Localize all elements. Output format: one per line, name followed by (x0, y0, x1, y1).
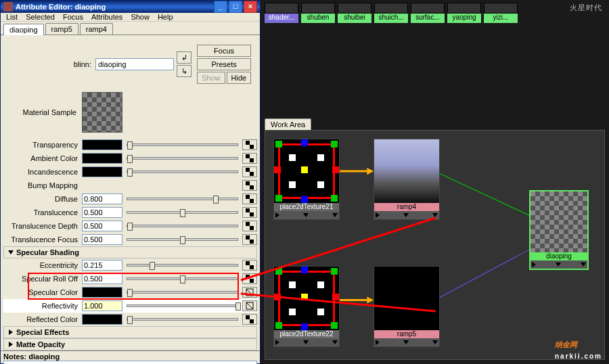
work-area-tab[interactable]: Work Area (265, 118, 311, 130)
translucence-focus-slider[interactable] (127, 238, 238, 241)
incandescence-slider[interactable] (127, 170, 238, 173)
show-button[interactable]: Show (197, 72, 225, 84)
reflectivity-map-button[interactable] (242, 300, 257, 311)
chevron-down-icon[interactable] (432, 340, 438, 344)
titlebar[interactable]: Attribute Editor: diaoping _ □ × (1, 1, 260, 13)
node-type-label: blinn: (6, 60, 95, 68)
menu-selected[interactable]: Selected (23, 13, 58, 21)
incandescence-swatch[interactable] (82, 166, 122, 177)
section-special-effects[interactable]: Special Effects (3, 326, 257, 338)
diffuse-map-button[interactable] (242, 194, 257, 204)
menu-focus[interactable]: Focus (60, 13, 86, 21)
reflected-color-swatch[interactable] (82, 314, 122, 325)
node-place2dtexture22[interactable]: place2dTexture22 (273, 266, 340, 347)
menu-help[interactable]: Help (155, 13, 176, 21)
svg-rect-23 (250, 319, 254, 323)
chevron-down-icon[interactable] (581, 263, 586, 267)
transparency-slider[interactable] (127, 143, 238, 146)
hide-button[interactable]: Hide (227, 72, 252, 84)
menu-list[interactable]: List (3, 13, 20, 21)
specular-roll-off-field[interactable] (82, 273, 122, 284)
svg-rect-17 (250, 265, 254, 269)
specular-roll-off-slider[interactable] (127, 277, 238, 280)
shelf-item[interactable]: shuibei (338, 3, 371, 23)
diffuse-field[interactable] (82, 194, 122, 204)
notes-textarea[interactable] (3, 361, 257, 364)
reflected-color-slider[interactable] (127, 318, 238, 321)
diffuse-slider[interactable] (127, 198, 238, 200)
material-sample-swatch[interactable] (82, 92, 122, 133)
eccentricity-slider[interactable] (127, 264, 238, 267)
translucence-map-button[interactable] (242, 207, 257, 218)
shelf-item[interactable]: shuben (301, 3, 335, 23)
eccentricity-map-button[interactable] (242, 260, 257, 271)
lbl-incandescence: Incandescence (3, 168, 82, 176)
chevron-down-icon[interactable] (303, 340, 309, 344)
translucence-depth-field[interactable] (82, 221, 122, 231)
reflectivity-field[interactable] (82, 300, 122, 311)
translucence-field[interactable] (82, 207, 122, 218)
specular-color-slider[interactable] (127, 291, 238, 294)
transparency-swatch[interactable] (82, 139, 122, 150)
translucence-slider[interactable] (127, 211, 238, 214)
specular-color-swatch[interactable] (82, 287, 122, 298)
chevron-down-icon[interactable] (556, 263, 561, 267)
shelf-item[interactable]: yaoping (447, 3, 481, 23)
chevron-down-icon[interactable] (403, 213, 409, 217)
node-ramp5[interactable]: ramp5 (374, 266, 440, 347)
svg-rect-8 (246, 195, 250, 199)
shelf-item[interactable]: surfac... (411, 3, 445, 23)
specular-color-map-button[interactable] (242, 287, 257, 298)
shelf-item[interactable]: shuich... (374, 3, 408, 23)
specular-roll-off-map-button[interactable] (242, 273, 257, 284)
expand-icon[interactable] (376, 212, 380, 218)
chevron-down-icon[interactable] (303, 213, 309, 217)
expand-icon[interactable] (532, 262, 536, 267)
tab-ramp4[interactable]: ramp4 (80, 23, 113, 35)
eccentricity-field[interactable] (82, 260, 122, 271)
svg-rect-11 (250, 212, 254, 217)
reflected-color-map-button[interactable] (242, 314, 257, 325)
section-matte-opacity[interactable]: Matte Opacity (3, 338, 257, 350)
chevron-down-icon[interactable] (332, 213, 338, 217)
shelf-item[interactable]: yizi... (484, 3, 518, 23)
tab-diaoping[interactable]: diaoping (3, 24, 44, 35)
chevron-down-icon[interactable] (403, 340, 409, 344)
go-in-button[interactable]: ↲ (177, 51, 191, 64)
minimize-button[interactable]: _ (214, 1, 227, 13)
go-out-button[interactable]: ↳ (177, 65, 191, 77)
focus-button[interactable]: Focus (197, 45, 251, 57)
section-specular-shading[interactable]: Specular Shading (3, 246, 257, 258)
chevron-down-icon[interactable] (432, 213, 438, 217)
ambient-map-button[interactable] (242, 153, 257, 164)
work-area[interactable]: place2dTexture21 ramp4 place2dTexture22 … (265, 130, 605, 360)
svg-rect-7 (250, 185, 254, 189)
translucence-depth-slider[interactable] (127, 225, 238, 227)
tab-ramp5[interactable]: ramp5 (45, 23, 78, 35)
node-diaoping[interactable]: diaoping (529, 190, 589, 270)
expand-icon[interactable] (275, 212, 279, 218)
node-name-field[interactable] (95, 58, 174, 70)
menu-show[interactable]: Show (128, 13, 152, 21)
reflectivity-slider[interactable] (127, 304, 238, 307)
svg-rect-6 (246, 181, 250, 185)
ambient-slider[interactable] (127, 157, 238, 160)
translucence-focus-map-button[interactable] (242, 234, 257, 245)
ambient-swatch[interactable] (82, 153, 122, 164)
menu-attributes[interactable]: Attributes (89, 13, 125, 21)
maximize-button[interactable]: □ (229, 1, 242, 13)
translucence-depth-map-button[interactable] (242, 221, 257, 231)
bump-map-button[interactable] (242, 180, 257, 191)
node-ramp4[interactable]: ramp4 (374, 139, 440, 220)
node-place2dtexture21[interactable]: place2dTexture21 (273, 139, 340, 220)
watermark-top: 火星时代 (570, 3, 602, 13)
expand-icon[interactable] (376, 340, 380, 345)
shelf-item[interactable]: shader... (265, 3, 298, 23)
close-button[interactable]: × (244, 1, 257, 13)
presets-button[interactable]: Presets (197, 58, 251, 70)
expand-icon[interactable] (275, 340, 279, 345)
transparency-map-button[interactable] (242, 139, 257, 150)
chevron-down-icon[interactable] (332, 340, 338, 344)
translucence-focus-field[interactable] (82, 234, 122, 245)
incandescence-map-button[interactable] (242, 166, 257, 177)
